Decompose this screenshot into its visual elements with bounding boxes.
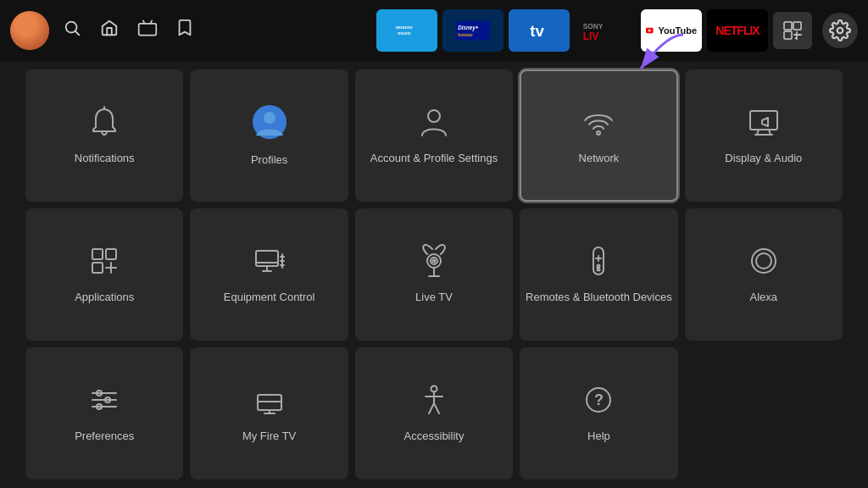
svg-text:music: music — [398, 30, 410, 36]
settings-button[interactable] — [822, 13, 858, 48]
home-icon[interactable] — [100, 19, 119, 42]
profiles-label: Profiles — [251, 153, 287, 168]
svg-text:SONY: SONY — [583, 23, 604, 30]
network-tile[interactable]: Network — [520, 69, 677, 202]
svg-rect-39 — [92, 263, 103, 273]
svg-point-32 — [597, 131, 600, 135]
svg-point-61 — [756, 253, 771, 269]
notifications-tile[interactable]: Notifications — [25, 69, 183, 202]
profiles-tile[interactable]: Profiles — [190, 69, 348, 202]
my-fire-tv-tile[interactable]: My Fire TV — [190, 347, 348, 480]
firetv-icon — [253, 383, 287, 421]
svg-line-75 — [429, 403, 434, 413]
apps-icon — [87, 244, 121, 282]
help-tile[interactable]: ? Help — [520, 347, 677, 480]
svg-rect-20 — [784, 31, 792, 39]
svg-text:LIV: LIV — [583, 30, 599, 42]
applications-label: Applications — [75, 291, 134, 305]
display-audio-label: Display & Audio — [725, 152, 802, 166]
amazon-music-app[interactable]: amazon music — [376, 9, 437, 52]
svg-text:hotstar: hotstar — [458, 32, 472, 37]
network-label: Network — [579, 152, 620, 166]
svg-point-52 — [432, 260, 435, 263]
svg-line-1 — [75, 31, 79, 35]
equipment-control-tile[interactable]: Equipment Control — [190, 208, 348, 341]
svg-line-76 — [434, 403, 439, 413]
svg-point-30 — [428, 110, 440, 122]
svg-rect-37 — [92, 249, 103, 259]
svg-point-51 — [431, 258, 437, 264]
svg-point-59 — [598, 269, 600, 271]
antenna-icon — [417, 244, 451, 282]
wifi-icon — [581, 105, 615, 143]
help-icon: ? — [581, 383, 615, 421]
display-icon — [747, 105, 781, 143]
disney-hotstar-app[interactable]: Disney+ hotstar — [442, 9, 504, 52]
user-avatar[interactable] — [10, 11, 49, 50]
account-tile[interactable]: Account & Profile Settings — [355, 69, 513, 202]
equipment-control-label: Equipment Control — [224, 291, 315, 305]
svg-point-50 — [427, 254, 441, 268]
bell-icon — [87, 105, 121, 143]
search-icon[interactable] — [63, 19, 81, 42]
settings-grid: Notifications Profiles Account & Profile… — [0, 61, 868, 488]
watchlist-icon[interactable] — [176, 19, 193, 42]
svg-text:amazon: amazon — [396, 25, 413, 30]
monitor-icon — [253, 244, 287, 282]
account-label: Account & Profile Settings — [370, 152, 498, 166]
svg-text:Disney+: Disney+ — [458, 25, 479, 31]
apps-grid-button[interactable] — [773, 12, 812, 49]
accessibility-label: Accessibility — [404, 430, 465, 444]
remotes-tile[interactable]: Remotes & Bluetooth Devices — [520, 208, 677, 341]
preferences-tile[interactable]: Preferences — [25, 347, 183, 480]
live-tv-tile[interactable]: Live TV — [355, 208, 513, 341]
svg-rect-18 — [784, 22, 792, 30]
display-audio-tile[interactable]: Display & Audio — [685, 69, 843, 202]
topbar: amazon music Disney+ hotstar tv SONY L — [0, 0, 868, 61]
svg-text:?: ? — [594, 391, 604, 408]
my-fire-tv-label: My Fire TV — [242, 430, 296, 444]
empty-cell — [685, 347, 843, 480]
svg-rect-42 — [256, 251, 278, 266]
youtube-label: YouTube — [659, 25, 697, 36]
remotes-label: Remotes & Bluetooth Devices — [526, 291, 672, 305]
netflix-label: NETFLIX — [715, 24, 759, 37]
sony-liv-app[interactable]: SONY LIV — [575, 9, 636, 52]
tv-app[interactable]: tv — [509, 9, 570, 52]
youtube-app[interactable]: YouTube — [641, 9, 702, 52]
applications-tile[interactable]: Applications — [25, 208, 183, 341]
alexa-label: Alexa — [750, 291, 778, 305]
sliders-icon — [87, 383, 121, 421]
svg-text:tv: tv — [530, 22, 544, 40]
app-icons: amazon music Disney+ hotstar tv SONY L — [376, 9, 812, 52]
netflix-app[interactable]: NETFLIX — [707, 9, 768, 52]
svg-rect-38 — [106, 249, 116, 259]
svg-point-29 — [264, 112, 275, 124]
nav-icons — [63, 19, 193, 42]
live-tv-icon[interactable] — [137, 19, 158, 42]
svg-rect-19 — [793, 22, 801, 30]
svg-point-26 — [837, 28, 843, 34]
preferences-label: Preferences — [75, 430, 134, 444]
svg-point-0 — [66, 22, 77, 33]
accessibility-tile[interactable]: Accessibility — [355, 347, 513, 480]
remote-icon — [581, 244, 615, 282]
help-label: Help — [587, 430, 610, 444]
svg-rect-2 — [139, 24, 157, 36]
live-tv-label: Live TV — [415, 291, 453, 305]
svg-point-58 — [598, 265, 600, 268]
accessibility-icon — [417, 383, 451, 421]
person-icon — [417, 105, 451, 143]
alexa-icon — [747, 244, 781, 282]
notifications-label: Notifications — [75, 152, 135, 166]
alexa-tile[interactable]: Alexa — [685, 208, 843, 341]
profile-icon — [251, 103, 288, 145]
